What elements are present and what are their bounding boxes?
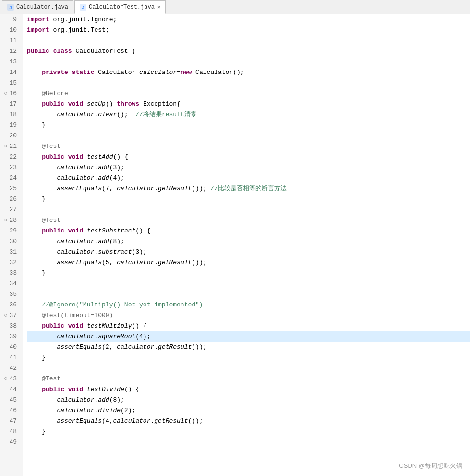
code-line-33: } xyxy=(27,268,470,279)
code-line-34 xyxy=(27,279,470,289)
code-area: 9 10 11 12 13 14 15 16⊖ 17 18 19 20 21⊖ … xyxy=(0,14,470,476)
ln-49: 49 xyxy=(4,437,19,448)
watermark: CSDN @每周想吃火锅 xyxy=(399,462,462,470)
ln-19: 19 xyxy=(4,120,19,131)
ln-36: 36 xyxy=(4,300,19,310)
ln-48: 48 xyxy=(4,427,19,437)
code-line-37: @Test(timeout=1000) xyxy=(27,310,470,321)
ln-26: 26 xyxy=(4,194,19,205)
code-line-47: assertEquals(4,calculator.getResult()); xyxy=(27,416,470,427)
code-line-25: assertEquals(7, calculator.getResult());… xyxy=(27,183,470,194)
code-line-31: calculator.substract(3); xyxy=(27,247,470,257)
ln-17: 17 xyxy=(4,99,19,110)
code-line-43: @Test xyxy=(27,374,470,384)
tab-close-button[interactable]: ✕ xyxy=(157,4,161,10)
ln-13: 13 xyxy=(4,57,19,67)
ln-16: 16⊖ xyxy=(4,88,19,99)
code-line-13 xyxy=(27,57,470,67)
code-line-40: assertEquals(2, calculator.getResult()); xyxy=(27,342,470,353)
line-numbers: 9 10 11 12 13 14 15 16⊖ 17 18 19 20 21⊖ … xyxy=(0,14,23,476)
ln-31: 31 xyxy=(4,247,19,257)
code-line-39: calculator.squareRoot(4); xyxy=(27,331,470,342)
ln-34: 34 xyxy=(4,279,19,289)
code-line-42 xyxy=(27,363,470,374)
code-line-48: } xyxy=(27,427,470,437)
ln-20: 20 xyxy=(4,131,19,141)
tab-calculator-label: Calculator.java xyxy=(16,4,68,11)
code-line-14: private static Calculator calculator=new… xyxy=(27,67,470,78)
ln-44: 44 xyxy=(4,384,19,395)
ln-35: 35 xyxy=(4,289,19,300)
java-icon: J xyxy=(7,4,14,11)
code-line-45: calculator.add(8); xyxy=(27,395,470,405)
code-line-46: calculator.divide(2); xyxy=(27,405,470,416)
ln-45: 45 xyxy=(4,395,19,405)
ln-42: 42 xyxy=(4,363,19,374)
ln-21: 21⊖ xyxy=(4,141,19,152)
code-line-30: calculator.add(8); xyxy=(27,236,470,247)
ln-15: 15 xyxy=(4,78,19,88)
ln-24: 24 xyxy=(4,173,19,183)
code-line-38: public void testMultiply() { xyxy=(27,321,470,331)
ln-27: 27 xyxy=(4,205,19,215)
code-line-36: //@Ignore("Multiply() Not yet implemente… xyxy=(27,300,470,310)
ln-22: 22 xyxy=(4,152,19,162)
ln-14: 14 xyxy=(4,67,19,78)
code-line-17: public void setUp() throws Exception{ xyxy=(27,99,470,110)
tab-calculator[interactable]: J Calculator.java xyxy=(2,0,73,14)
code-line-44: public void testDivide() { xyxy=(27,384,470,395)
code-line-22: public void testAdd() { xyxy=(27,152,470,162)
ln-38: 38 xyxy=(4,321,19,331)
tab-calculatortest-label: CalculatorTest.java xyxy=(89,4,155,11)
ln-25: 25 xyxy=(4,183,19,194)
code-line-32: assertEquals(5, calculator.getResult()); xyxy=(27,257,470,268)
ln-41: 41 xyxy=(4,353,19,363)
code-line-18: calculator.clear(); //将结果result清零 xyxy=(27,110,470,120)
code-line-27 xyxy=(27,205,470,215)
ln-11: 11 xyxy=(4,36,19,46)
ln-47: 47 xyxy=(4,416,19,427)
svg-text:J: J xyxy=(82,5,84,10)
ln-46: 46 xyxy=(4,405,19,416)
code-line-35 xyxy=(27,289,470,300)
code-line-11 xyxy=(27,36,470,46)
ln-30: 30 xyxy=(4,236,19,247)
tab-bar: J Calculator.java J CalculatorTest.java … xyxy=(0,0,470,14)
ln-32: 32 xyxy=(4,257,19,268)
ln-40: 40 xyxy=(4,342,19,353)
code-line-26: } xyxy=(27,194,470,205)
code-line-49 xyxy=(27,437,470,448)
code-line-19: } xyxy=(27,120,470,131)
ln-29: 29 xyxy=(4,226,19,236)
code-line-12: public class CalculatorTest { xyxy=(27,46,470,57)
ln-18: 18 xyxy=(4,110,19,120)
svg-text:J: J xyxy=(9,5,12,10)
code-line-24: calculator.add(4); xyxy=(27,173,470,183)
ln-23: 23 xyxy=(4,162,19,173)
code-line-23: calculator.add(3); xyxy=(27,162,470,173)
code-content[interactable]: import org.junit.Ignore; import org.juni… xyxy=(23,14,470,476)
ln-37: 37⊖ xyxy=(4,310,19,321)
ln-28: 28⊖ xyxy=(4,215,19,226)
ln-9: 9 xyxy=(4,14,19,25)
code-line-28: @Test xyxy=(27,215,470,226)
code-line-29: public void testSubstract() { xyxy=(27,226,470,236)
ln-43: 43⊖ xyxy=(4,374,19,384)
code-line-20 xyxy=(27,131,470,141)
ln-33: 33 xyxy=(4,268,19,279)
code-line-16: @Before xyxy=(27,88,470,99)
ln-12: 12 xyxy=(4,46,19,57)
tab-calculatortest[interactable]: J CalculatorTest.java ✕ xyxy=(74,0,166,14)
java-icon-2: J xyxy=(80,4,86,11)
code-line-10: import org.junit.Test; xyxy=(27,25,470,36)
code-line-41: } xyxy=(27,353,470,363)
ln-39: 39 xyxy=(4,331,19,342)
ln-10: 10 xyxy=(4,25,19,36)
code-line-21: @Test xyxy=(27,141,470,152)
code-line-15 xyxy=(27,78,470,88)
code-line-9: import org.junit.Ignore; xyxy=(27,14,470,25)
